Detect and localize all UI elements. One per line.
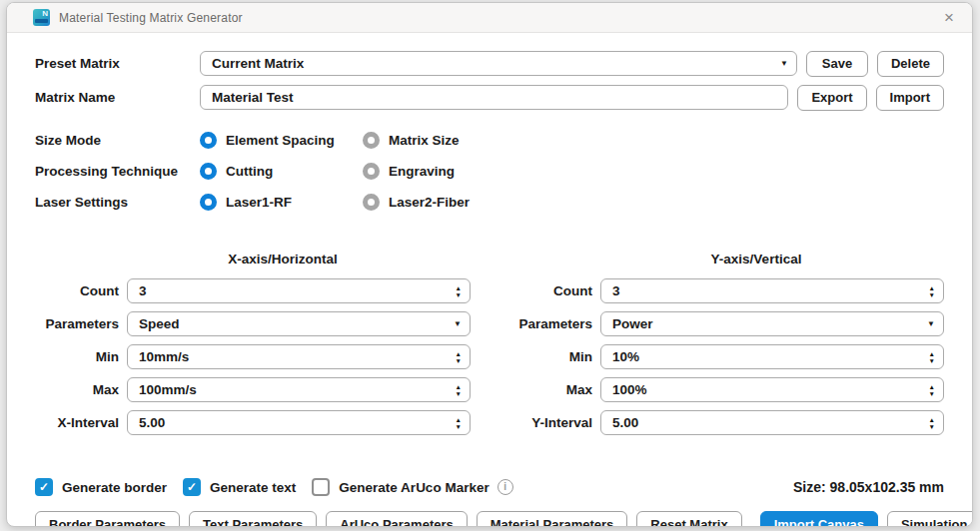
dialog-content: Preset Matrix Current Matrix ▼ Save Dele… bbox=[7, 33, 972, 527]
chevron-down-icon: ▼ bbox=[780, 59, 788, 68]
spin-up-icon[interactable]: ▲ bbox=[456, 416, 462, 423]
x-max-value: 100mm/s bbox=[139, 382, 450, 397]
generate-text-checkbox[interactable]: ✓ Generate text bbox=[183, 478, 296, 496]
x-max-spinbox[interactable]: 100mm/s ▲▼ bbox=[127, 377, 471, 402]
radio-icon bbox=[363, 132, 380, 149]
y-min-row: Min 10% ▲▼ bbox=[508, 344, 944, 369]
simulation-button[interactable]: Simulation bbox=[887, 511, 973, 527]
spinner-buttons[interactable]: ▲▼ bbox=[929, 350, 935, 364]
y-max-row: Max 100% ▲▼ bbox=[508, 377, 944, 402]
matrix-name-value: Material Test bbox=[212, 90, 779, 105]
axes-section: X-axis/Horizontal Count 3 ▲▼ Parameters … bbox=[35, 252, 944, 443]
actions-right-group: Import Canvas Simulation bbox=[751, 511, 973, 527]
spin-down-icon[interactable]: ▼ bbox=[929, 423, 935, 430]
spinner-buttons[interactable]: ▲▼ bbox=[929, 383, 935, 397]
size-mode-label: Size Mode bbox=[35, 133, 200, 148]
spin-down-icon[interactable]: ▼ bbox=[456, 291, 462, 298]
generate-options-row: ✓ Generate border ✓ Generate text ✓ Gene… bbox=[35, 475, 944, 499]
y-count-spinbox[interactable]: 3 ▲▼ bbox=[600, 278, 944, 303]
x-interval-label: X-Interval bbox=[35, 415, 127, 430]
text-parameters-button[interactable]: Text Parameters bbox=[189, 511, 317, 527]
info-icon[interactable]: i bbox=[497, 479, 513, 495]
x-count-row: Count 3 ▲▼ bbox=[35, 278, 471, 303]
checkbox-label: Generate border bbox=[62, 480, 167, 495]
checkbox-icon: ✓ bbox=[183, 478, 201, 496]
radio-option-label: Cutting bbox=[226, 164, 273, 179]
y-interval-row: Y-Interval 5.00 ▲▼ bbox=[508, 410, 944, 435]
generate-border-checkbox[interactable]: ✓ Generate border bbox=[35, 478, 167, 496]
x-parameters-value: Speed bbox=[139, 316, 448, 331]
spin-up-icon[interactable]: ▲ bbox=[929, 383, 935, 390]
x-parameters-label: Parameters bbox=[35, 316, 127, 331]
y-parameters-row: Parameters Power ▼ bbox=[508, 311, 944, 336]
processing-technique-row: Processing Technique Cutting Engraving bbox=[35, 160, 944, 182]
spin-up-icon[interactable]: ▲ bbox=[456, 383, 462, 390]
spin-down-icon[interactable]: ▼ bbox=[929, 390, 935, 397]
chevron-down-icon: ▼ bbox=[454, 319, 462, 328]
y-parameters-combobox[interactable]: Power ▼ bbox=[600, 311, 944, 336]
x-count-spinbox[interactable]: 3 ▲▼ bbox=[127, 278, 471, 303]
x-interval-value: 5.00 bbox=[139, 415, 450, 430]
x-max-label: Max bbox=[35, 382, 127, 397]
matrix-name-input[interactable]: Material Test bbox=[200, 85, 788, 110]
spin-up-icon[interactable]: ▲ bbox=[929, 284, 935, 291]
radio-engraving[interactable]: Engraving bbox=[363, 163, 455, 180]
border-parameters-button[interactable]: Border Parameters bbox=[35, 511, 180, 527]
delete-button[interactable]: Delete bbox=[877, 51, 944, 77]
x-axis-column: X-axis/Horizontal Count 3 ▲▼ Parameters … bbox=[35, 252, 471, 443]
radio-element-spacing[interactable]: Element Spacing bbox=[200, 132, 363, 149]
y-parameters-label: Parameters bbox=[508, 316, 600, 331]
actions-row: Border Parameters Text Parameters ArUco … bbox=[35, 511, 944, 527]
import-canvas-button[interactable]: Import Canvas bbox=[760, 511, 878, 527]
close-icon[interactable]: × bbox=[938, 7, 960, 29]
matrix-name-row: Matrix Name Material Test Export Import bbox=[35, 85, 944, 110]
import-button[interactable]: Import bbox=[876, 85, 944, 111]
spin-up-icon[interactable]: ▲ bbox=[929, 416, 935, 423]
spin-up-icon[interactable]: ▲ bbox=[929, 350, 935, 357]
spin-up-icon[interactable]: ▲ bbox=[456, 350, 462, 357]
spin-up-icon[interactable]: ▲ bbox=[456, 284, 462, 291]
check-icon: ✓ bbox=[39, 481, 49, 493]
generate-aruco-checkbox[interactable]: ✓ Generate ArUco Marker bbox=[312, 478, 489, 496]
radio-cutting[interactable]: Cutting bbox=[200, 163, 363, 180]
spinner-buttons[interactable]: ▲▼ bbox=[929, 416, 935, 430]
preset-matrix-combobox[interactable]: Current Matrix ▼ bbox=[200, 51, 797, 76]
y-count-value: 3 bbox=[612, 283, 923, 298]
radio-icon bbox=[363, 163, 380, 180]
export-button[interactable]: Export bbox=[797, 85, 866, 111]
spin-down-icon[interactable]: ▼ bbox=[456, 390, 462, 397]
preset-matrix-label: Preset Matrix bbox=[35, 56, 200, 71]
spinner-buttons[interactable]: ▲▼ bbox=[456, 416, 462, 430]
reset-matrix-button[interactable]: Reset Matrix bbox=[636, 511, 741, 527]
spin-down-icon[interactable]: ▼ bbox=[456, 357, 462, 364]
radio-laser1-rf[interactable]: Laser1-RF bbox=[200, 194, 363, 211]
x-interval-spinbox[interactable]: 5.00 ▲▼ bbox=[127, 410, 471, 435]
radio-matrix-size[interactable]: Matrix Size bbox=[363, 132, 460, 149]
laser-settings-row: Laser Settings Laser1-RF Laser2-Fiber bbox=[35, 191, 944, 213]
spinner-buttons[interactable]: ▲▼ bbox=[929, 284, 935, 298]
x-interval-row: X-Interval 5.00 ▲▼ bbox=[35, 410, 471, 435]
x-min-spinbox[interactable]: 10mm/s ▲▼ bbox=[127, 344, 471, 369]
x-min-row: Min 10mm/s ▲▼ bbox=[35, 344, 471, 369]
spinner-buttons[interactable]: ▲▼ bbox=[456, 350, 462, 364]
size-readout: Size: 98.05x102.35 mm bbox=[793, 479, 944, 495]
y-interval-label: Y-Interval bbox=[508, 415, 600, 430]
spin-down-icon[interactable]: ▼ bbox=[929, 291, 935, 298]
spin-down-icon[interactable]: ▼ bbox=[456, 423, 462, 430]
aruco-parameters-button[interactable]: ArUco Parameters bbox=[326, 511, 467, 527]
y-interval-spinbox[interactable]: 5.00 ▲▼ bbox=[600, 410, 944, 435]
preset-matrix-value: Current Matrix bbox=[212, 56, 774, 71]
material-parameters-button[interactable]: Material Parameters bbox=[477, 511, 628, 527]
spin-down-icon[interactable]: ▼ bbox=[929, 357, 935, 364]
y-parameters-value: Power bbox=[612, 316, 921, 331]
y-max-spinbox[interactable]: 100% ▲▼ bbox=[600, 377, 944, 402]
y-count-label: Count bbox=[508, 283, 600, 298]
radio-laser2-fiber[interactable]: Laser2-Fiber bbox=[363, 194, 470, 211]
radio-option-label: Matrix Size bbox=[389, 133, 460, 148]
y-min-spinbox[interactable]: 10% ▲▼ bbox=[600, 344, 944, 369]
x-count-label: Count bbox=[35, 283, 127, 298]
save-button[interactable]: Save bbox=[806, 51, 868, 77]
spinner-buttons[interactable]: ▲▼ bbox=[456, 284, 462, 298]
x-parameters-combobox[interactable]: Speed ▼ bbox=[127, 311, 471, 336]
spinner-buttons[interactable]: ▲▼ bbox=[456, 383, 462, 397]
